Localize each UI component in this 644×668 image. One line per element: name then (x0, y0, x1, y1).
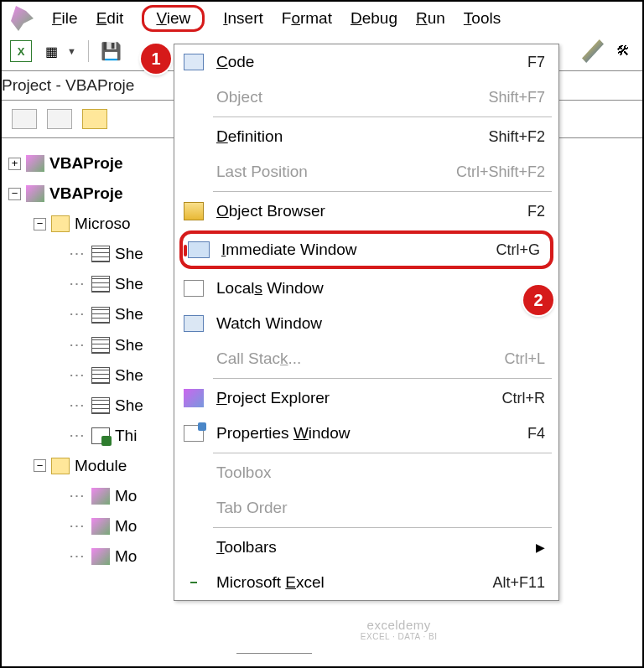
menu-view[interactable]: View (142, 5, 205, 32)
module-icon (91, 548, 110, 565)
menu-item-object-browser[interactable]: Object BrowserF2 (174, 194, 558, 229)
menu-item-shortcut: F7 (527, 54, 545, 71)
ic-tb-icon (181, 462, 206, 484)
menu-edit[interactable]: Edit (96, 9, 124, 28)
tree-label: She (115, 330, 143, 360)
tree-connector: ⋯ (69, 421, 85, 451)
tree-connector: ⋯ (69, 269, 85, 299)
menu-item-properties-window[interactable]: Properties WindowF4 (174, 416, 558, 451)
menu-item-shortcut: Ctrl+L (504, 350, 545, 368)
excel-icon[interactable]: X (10, 40, 32, 62)
tree-label: Mo (115, 541, 137, 572)
ic-imm-icon (186, 239, 211, 261)
menu-run[interactable]: Run (416, 9, 445, 28)
watermark: exceldemy EXCEL · DATA · BI (361, 618, 438, 641)
submenu-arrow-icon: ▶ (536, 541, 545, 554)
tree-connector: ⋯ (69, 511, 85, 541)
collapse-icon[interactable]: − (34, 459, 46, 472)
menu-item-label: Immediate Window (221, 241, 486, 259)
menu-separator (213, 117, 552, 117)
tree-label: She (115, 269, 143, 299)
ic-def-icon (181, 126, 206, 148)
tree-label: She (115, 391, 143, 421)
menu-item-label: Object (216, 88, 478, 106)
tree-label: Mo (115, 481, 137, 511)
menu-separator (213, 453, 552, 453)
tree-connector: ⋯ (69, 481, 85, 511)
blank-icon (181, 86, 206, 108)
menu-item-label: Toolbars (216, 538, 526, 557)
worksheet-icon (91, 246, 110, 262)
tree-connector: ⋯ (69, 330, 85, 360)
menu-item-shortcut: F2 (527, 203, 545, 220)
menu-tools[interactable]: Tools (464, 9, 501, 28)
tree-connector: ⋯ (69, 391, 85, 421)
collapse-icon[interactable]: − (8, 188, 21, 200)
menu-item-shortcut: Shift+F7 (488, 89, 545, 106)
app-icon (8, 6, 34, 31)
blank-icon (181, 497, 206, 519)
menu-item-microsoft-excel[interactable]: Microsoft ExcelAlt+F11 (174, 565, 558, 600)
insert-item-icon[interactable]: ▦ (40, 40, 62, 62)
ic-code-icon (181, 51, 206, 73)
menu-item-call-stack: Call Stack...Ctrl+L (174, 341, 558, 376)
toolbox-icon[interactable]: 🛠 (612, 40, 634, 62)
tree-label: VBAProje (49, 148, 123, 179)
view-object-button[interactable] (47, 109, 72, 129)
worksheet-icon (91, 276, 110, 293)
menu-item-label: Tab Order (216, 499, 535, 517)
tree-label: Mo (115, 511, 137, 541)
design-mode-icon[interactable] (582, 40, 604, 62)
menu-item-locals-window[interactable]: Locals Window (174, 271, 558, 306)
menu-item-project-explorer[interactable]: Project ExplorerCtrl+R (174, 381, 558, 416)
menu-item-immediate-window[interactable]: Immediate WindowCtrl+G (179, 230, 553, 269)
toggle-folders-button[interactable] (82, 109, 107, 129)
menu-item-toolbars[interactable]: Toolbars▶ (174, 530, 558, 565)
ic-pw-icon (181, 422, 206, 444)
dropdown-caret-icon[interactable]: ▼ (67, 46, 76, 56)
menu-format[interactable]: Format (282, 9, 332, 28)
menu-item-label: Properties Window (216, 424, 517, 443)
tree-label: Module (75, 451, 127, 481)
blank-icon (181, 348, 206, 370)
module-icon (91, 488, 110, 505)
menu-separator (213, 378, 552, 379)
collapse-icon[interactable]: − (34, 218, 46, 230)
menu-item-toolbox: Toolbox (174, 455, 558, 490)
worksheet-icon (91, 367, 110, 384)
menu-item-shortcut: Ctrl+Shift+F2 (456, 163, 545, 181)
vba-project-icon (26, 185, 44, 202)
menu-item-shortcut: Shift+F2 (488, 128, 545, 146)
menu-item-last-position: Last PositionCtrl+Shift+F2 (174, 154, 558, 189)
ic-objb-icon (181, 200, 206, 222)
menu-item-object: ObjectShift+F7 (174, 80, 558, 115)
worksheet-icon (91, 397, 110, 414)
watermark-line2: EXCEL · DATA · BI (361, 632, 438, 641)
tree-connector: ⋯ (69, 360, 85, 391)
folder-icon (51, 215, 70, 232)
callout-1: 1 (141, 44, 171, 74)
toolbar-divider (88, 40, 89, 62)
menu-debug[interactable]: Debug (351, 9, 397, 28)
menu-item-code[interactable]: CodeF7 (174, 44, 558, 80)
menu-item-definition[interactable]: DefinitionShift+F2 (174, 119, 558, 154)
view-code-button[interactable] (12, 109, 37, 129)
menu-file[interactable]: File (52, 9, 78, 28)
save-icon[interactable]: 💾 (101, 40, 122, 62)
menu-item-watch-window[interactable]: Watch Window (174, 306, 558, 341)
expand-icon[interactable]: + (8, 158, 21, 170)
tree-label: She (115, 299, 143, 329)
menu-insert[interactable]: Insert (223, 9, 263, 28)
tree-label: Thi (115, 421, 137, 451)
menu-item-label: Watch Window (216, 314, 535, 333)
menu-item-label: Code (216, 53, 517, 71)
menu-item-label: Locals Window (216, 279, 535, 298)
menu-item-label: Definition (216, 127, 478, 146)
worksheet-icon (91, 307, 110, 324)
watermark-line1: exceldemy (361, 618, 438, 632)
view-menu-dropdown: CodeF7ObjectShift+F7DefinitionShift+F2La… (174, 44, 559, 601)
menubar: File Edit View Insert Format Debug Run T… (2, 2, 642, 35)
menu-item-label: Last Position (216, 163, 446, 181)
menu-item-shortcut: F4 (527, 425, 545, 443)
bottom-rule (236, 653, 312, 658)
